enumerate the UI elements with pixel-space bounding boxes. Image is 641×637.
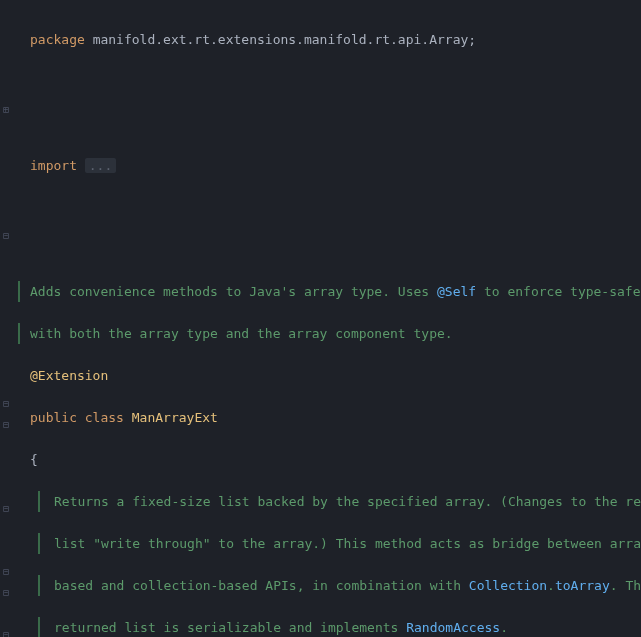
doc-link-collection[interactable]: Collection <box>469 578 547 593</box>
keyword-package: package <box>30 32 85 47</box>
class-name: ManArrayExt <box>132 410 218 425</box>
doc-text: list "write through" to the array.) This… <box>54 536 641 551</box>
fold-icon[interactable]: ⊞ <box>3 99 9 120</box>
doc-text: . The <box>610 578 641 593</box>
doc-text: Returns a fixed-size list backed by the … <box>54 494 641 509</box>
fold-icon[interactable]: ⊟ <box>3 414 9 435</box>
fold-icon[interactable]: ⊟ <box>3 561 9 582</box>
fold-icon[interactable]: ⊟ <box>3 393 9 414</box>
gutter: ⊞ ⊟ ⊟ ⊟ ⊟ ⊟ ⊟ ⊟ <box>0 0 18 637</box>
fold-icon[interactable]: ⊟ <box>3 498 9 519</box>
keyword-import: import <box>30 158 77 173</box>
fold-icon[interactable]: ⊟ <box>3 225 9 246</box>
dot: . <box>547 578 555 593</box>
doc-link-randomaccess[interactable]: RandomAccess <box>406 620 500 635</box>
annotation-extension: @Extension <box>30 368 108 383</box>
fold-icon[interactable]: ⊟ <box>3 582 9 603</box>
doc-text: . <box>500 620 508 635</box>
doc-text: to enforce type-safety <box>476 284 641 299</box>
keyword-class: class <box>85 410 124 425</box>
package-path: manifold.ext.rt.extensions.manifold.rt.a… <box>93 32 469 47</box>
code-area[interactable]: package manifold.ext.rt.extensions.manif… <box>18 0 641 637</box>
doc-text: Adds convenience methods to Java's array… <box>30 284 437 299</box>
doc-text: returned list is serializable and implem… <box>54 620 406 635</box>
keyword-public: public <box>30 410 77 425</box>
doc-text: based and collection-based APIs, in comb… <box>54 578 469 593</box>
folded-imports[interactable]: ... <box>85 158 116 173</box>
semicolon: ; <box>468 32 476 47</box>
code-editor[interactable]: ⊞ ⊟ ⊟ ⊟ ⊟ ⊟ ⊟ ⊟ package manifold.ext.rt.… <box>0 0 641 637</box>
doc-link-self[interactable]: @Self <box>437 284 476 299</box>
doc-link-toarray[interactable]: toArray <box>555 578 610 593</box>
open-brace: { <box>30 452 38 467</box>
doc-text: with both the array type and the array c… <box>30 326 453 341</box>
fold-icon[interactable]: ⊟ <box>3 624 9 637</box>
